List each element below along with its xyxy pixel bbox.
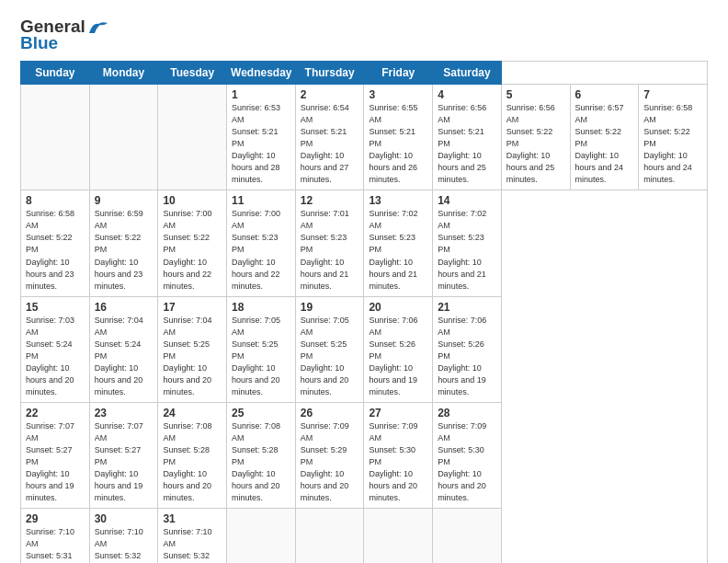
day-info: Sunrise: 7:04 AMSunset: 5:24 PMDaylight:… (95, 316, 143, 396)
day-cell-21: 21Sunrise: 7:06 AMSunset: 5:26 PMDayligh… (433, 296, 502, 402)
day-number: 16 (95, 301, 154, 314)
day-info: Sunrise: 7:10 AMSunset: 5:32 PMDaylight:… (163, 527, 211, 563)
day-cell-6: 6Sunrise: 6:57 AMSunset: 5:22 PMDaylight… (570, 85, 639, 190)
day-info: Sunrise: 7:01 AMSunset: 5:23 PMDaylight:… (301, 209, 349, 290)
calendar-table: SundayMondayTuesdayWednesdayThursdayFrid… (20, 61, 708, 563)
day-cell-20: 20Sunrise: 7:06 AMSunset: 5:26 PMDayligh… (364, 296, 433, 402)
day-cell-22: 22Sunrise: 7:07 AMSunset: 5:27 PMDayligh… (21, 402, 90, 508)
day-info: Sunrise: 7:06 AMSunset: 5:26 PMDaylight:… (438, 316, 486, 396)
day-cell-5: 5Sunrise: 6:56 AMSunset: 5:22 PMDaylight… (501, 85, 570, 190)
day-info: Sunrise: 6:58 AMSunset: 5:22 PMDaylight:… (643, 103, 692, 184)
day-number: 17 (163, 301, 222, 314)
day-cell-19: 19Sunrise: 7:05 AMSunset: 5:25 PMDayligh… (295, 296, 364, 402)
day-cell-18: 18Sunrise: 7:05 AMSunset: 5:25 PMDayligh… (227, 296, 296, 402)
day-cell-26: 26Sunrise: 7:09 AMSunset: 5:29 PMDayligh… (295, 402, 364, 508)
empty-cell (21, 85, 90, 190)
day-number: 8 (26, 194, 85, 207)
day-info: Sunrise: 6:55 AMSunset: 5:21 PMDaylight:… (369, 103, 417, 184)
day-cell-15: 15Sunrise: 7:03 AMSunset: 5:24 PMDayligh… (21, 296, 90, 402)
day-number: 2 (301, 88, 359, 101)
day-number: 30 (95, 512, 154, 525)
day-info: Sunrise: 7:02 AMSunset: 5:23 PMDaylight:… (369, 209, 417, 290)
day-number: 10 (163, 194, 222, 207)
day-number: 5 (506, 88, 565, 101)
day-header-thursday: Thursday (295, 62, 364, 85)
day-cell-7: 7Sunrise: 6:58 AMSunset: 5:22 PMDaylight… (639, 85, 708, 190)
day-info: Sunrise: 7:07 AMSunset: 5:27 PMDaylight:… (95, 421, 143, 502)
page: General Blue SundayMondayTuesdayWednesda… (0, 0, 728, 563)
day-number: 25 (232, 407, 290, 419)
day-info: Sunrise: 7:07 AMSunset: 5:27 PMDaylight:… (26, 421, 74, 502)
day-info: Sunrise: 7:08 AMSunset: 5:28 PMDaylight:… (232, 421, 280, 502)
day-number: 1 (232, 88, 290, 101)
day-header-saturday: Saturday (433, 62, 502, 85)
header: General Blue (20, 17, 708, 53)
day-info: Sunrise: 7:05 AMSunset: 5:25 PMDaylight:… (301, 316, 349, 396)
day-number: 18 (232, 301, 290, 314)
day-cell-25: 25Sunrise: 7:08 AMSunset: 5:28 PMDayligh… (227, 402, 296, 508)
day-info: Sunrise: 7:00 AMSunset: 5:23 PMDaylight:… (232, 209, 280, 290)
calendar-body: 1Sunrise: 6:53 AMSunset: 5:21 PMDaylight… (21, 85, 708, 564)
day-cell-17: 17Sunrise: 7:04 AMSunset: 5:25 PMDayligh… (158, 296, 227, 402)
day-info: Sunrise: 7:03 AMSunset: 5:24 PMDaylight:… (26, 316, 74, 396)
day-cell-1: 1Sunrise: 6:53 AMSunset: 5:21 PMDaylight… (227, 85, 296, 190)
calendar-week-2: 8Sunrise: 6:58 AMSunset: 5:22 PMDaylight… (21, 190, 708, 296)
day-info: Sunrise: 6:59 AMSunset: 5:22 PMDaylight:… (95, 209, 143, 290)
day-number: 4 (438, 88, 496, 101)
empty-cell (433, 509, 502, 563)
day-number: 22 (26, 407, 85, 419)
day-cell-31: 31Sunrise: 7:10 AMSunset: 5:32 PMDayligh… (158, 509, 227, 563)
day-info: Sunrise: 6:57 AMSunset: 5:22 PMDaylight:… (575, 103, 624, 184)
day-info: Sunrise: 7:05 AMSunset: 5:25 PMDaylight:… (232, 316, 280, 396)
day-number: 20 (369, 301, 427, 314)
day-cell-3: 3Sunrise: 6:55 AMSunset: 5:21 PMDaylight… (364, 85, 433, 190)
day-header-wednesday: Wednesday (227, 62, 296, 85)
day-header-sunday: Sunday (21, 62, 90, 85)
calendar-week-4: 22Sunrise: 7:07 AMSunset: 5:27 PMDayligh… (21, 402, 708, 508)
day-info: Sunrise: 7:09 AMSunset: 5:29 PMDaylight:… (301, 421, 349, 502)
day-header-monday: Monday (89, 62, 158, 85)
day-number: 6 (575, 88, 634, 101)
calendar-week-1: 1Sunrise: 6:53 AMSunset: 5:21 PMDaylight… (21, 85, 708, 190)
day-info: Sunrise: 7:00 AMSunset: 5:22 PMDaylight:… (163, 209, 211, 290)
day-cell-11: 11Sunrise: 7:00 AMSunset: 5:23 PMDayligh… (227, 190, 296, 296)
day-number: 12 (301, 194, 359, 207)
day-number: 3 (369, 88, 427, 101)
day-cell-10: 10Sunrise: 7:00 AMSunset: 5:22 PMDayligh… (158, 190, 227, 296)
day-info: Sunrise: 7:04 AMSunset: 5:25 PMDaylight:… (163, 316, 211, 396)
logo-bird-icon (87, 20, 108, 35)
day-number: 29 (26, 512, 85, 525)
day-cell-14: 14Sunrise: 7:02 AMSunset: 5:23 PMDayligh… (433, 190, 502, 296)
day-header-tuesday: Tuesday (158, 62, 227, 85)
day-info: Sunrise: 6:53 AMSunset: 5:21 PMDaylight:… (232, 103, 280, 184)
day-cell-28: 28Sunrise: 7:09 AMSunset: 5:30 PMDayligh… (433, 402, 502, 508)
day-info: Sunrise: 6:56 AMSunset: 5:22 PMDaylight:… (506, 103, 555, 184)
day-number: 24 (163, 407, 222, 419)
day-cell-16: 16Sunrise: 7:04 AMSunset: 5:24 PMDayligh… (89, 296, 158, 402)
logo: General Blue (20, 17, 108, 53)
empty-cell (227, 509, 296, 563)
day-cell-29: 29Sunrise: 7:10 AMSunset: 5:31 PMDayligh… (21, 509, 90, 563)
day-number: 23 (95, 407, 154, 419)
day-info: Sunrise: 6:56 AMSunset: 5:21 PMDaylight:… (438, 103, 486, 184)
day-number: 28 (438, 407, 496, 419)
empty-cell (295, 509, 364, 563)
day-number: 13 (369, 194, 427, 207)
day-number: 15 (26, 301, 85, 314)
day-header-friday: Friday (364, 62, 433, 85)
day-cell-8: 8Sunrise: 6:58 AMSunset: 5:22 PMDaylight… (21, 190, 90, 296)
day-info: Sunrise: 7:10 AMSunset: 5:31 PMDaylight:… (26, 527, 74, 563)
empty-cell (364, 509, 433, 563)
day-cell-30: 30Sunrise: 7:10 AMSunset: 5:32 PMDayligh… (89, 509, 158, 563)
day-number: 9 (95, 194, 154, 207)
day-info: Sunrise: 7:02 AMSunset: 5:23 PMDaylight:… (438, 209, 486, 290)
calendar-week-5: 29Sunrise: 7:10 AMSunset: 5:31 PMDayligh… (21, 509, 708, 563)
day-number: 27 (369, 407, 427, 419)
calendar-week-3: 15Sunrise: 7:03 AMSunset: 5:24 PMDayligh… (21, 296, 708, 402)
day-info: Sunrise: 7:09 AMSunset: 5:30 PMDaylight:… (369, 421, 417, 502)
day-number: 21 (438, 301, 496, 314)
day-cell-2: 2Sunrise: 6:54 AMSunset: 5:21 PMDaylight… (295, 85, 364, 190)
day-info: Sunrise: 6:54 AMSunset: 5:21 PMDaylight:… (301, 103, 349, 184)
day-info: Sunrise: 6:58 AMSunset: 5:22 PMDaylight:… (26, 209, 74, 290)
day-cell-12: 12Sunrise: 7:01 AMSunset: 5:23 PMDayligh… (295, 190, 364, 296)
